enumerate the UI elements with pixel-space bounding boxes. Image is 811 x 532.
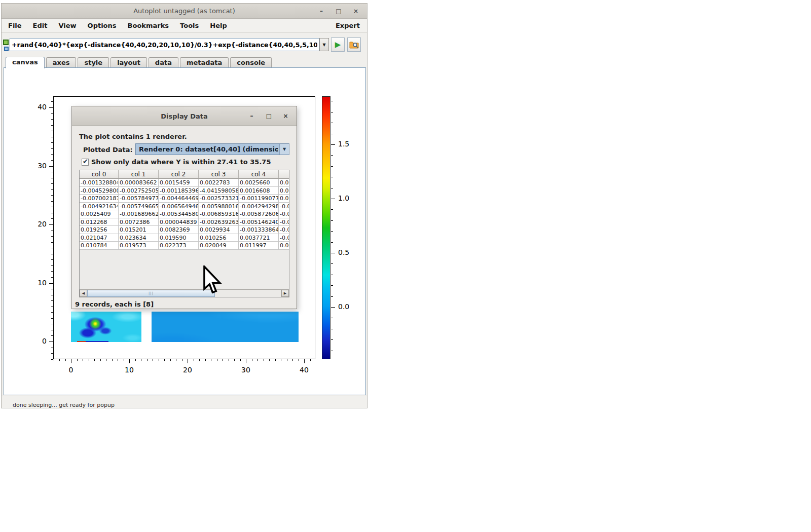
x-axis-minor-tick — [112, 359, 113, 361]
y-axis-minor-tick — [51, 231, 53, 231]
dialog-close-button[interactable]: × — [282, 112, 289, 120]
table-row[interactable]: 0.0192560.0152010.00823690.0029934-0.001… — [80, 226, 289, 234]
table-row[interactable]: -0.004529800...-0.002752505...-0.0011853… — [80, 187, 289, 195]
table-cell: 0.022373 — [159, 242, 199, 250]
dialog-maximize-button[interactable]: □ — [265, 112, 273, 120]
tab-canvas[interactable]: canvas — [6, 57, 45, 68]
colorbar-minor-tick — [331, 242, 333, 243]
column-header-0[interactable]: col 0 — [80, 170, 119, 179]
uri-input[interactable] — [10, 38, 319, 51]
data-table[interactable]: col 0col 1col 2col 3col 4 -0.001328804..… — [79, 170, 289, 297]
table-cell: 0.000044839 — [159, 218, 199, 226]
y-axis-minor-tick — [51, 277, 53, 278]
menu-file[interactable]: File — [3, 19, 27, 32]
column-header-5[interactable] — [279, 170, 289, 179]
inspect-uri-button[interactable] — [347, 37, 361, 52]
y-axis-major-tick — [49, 107, 53, 108]
table-cell: 0.019256 — [80, 226, 119, 234]
table-cell: -4.041598058... — [199, 187, 239, 195]
x-axis-minor-tick — [54, 359, 54, 361]
plotted-data-select[interactable]: Renderer 0: dataset[40,40] (dimension...… — [135, 143, 289, 155]
table-cell: -0.004921634... — [80, 203, 119, 211]
menu-tools[interactable]: Tools — [174, 19, 204, 32]
x-axis-minor-tick — [229, 359, 229, 361]
table-row[interactable]: -0.007002187...-0.005784977...-0.0044644… — [80, 195, 289, 203]
y-axis-minor-tick — [51, 119, 53, 120]
dialog-titlebar[interactable]: Display Data – □ × — [72, 106, 297, 126]
table-cell: 0.0016608 — [239, 187, 279, 195]
table-row[interactable]: 0.0122680.00723860.000044839-0.002639263… — [80, 218, 289, 226]
colorbar-minor-tick — [331, 123, 333, 123]
table-cell: -0.001689662... — [119, 210, 159, 218]
table-row[interactable]: 0.0025409-0.001689662...-0.005344580...-… — [80, 210, 289, 218]
y-axis-minor-tick — [51, 113, 53, 114]
table-cell: 0.011997 — [239, 242, 279, 250]
table-horizontal-scrollbar[interactable]: ◀ ||| ▶ — [80, 289, 289, 297]
menu-view[interactable]: View — [53, 19, 82, 32]
x-axis-minor-tick — [164, 359, 165, 361]
y-axis-minor-tick — [51, 142, 53, 143]
scroll-right-button[interactable]: ▶ — [281, 290, 289, 297]
column-header-2[interactable]: col 2 — [159, 170, 199, 179]
table-cell: 0.0082369 — [159, 226, 199, 234]
y-axis-tick-label: 20 — [22, 220, 47, 229]
scrollbar-track[interactable]: ||| — [87, 290, 281, 297]
menu-bookmarks[interactable]: Bookmarks — [122, 19, 175, 32]
app-status-bar: done sleeping... get ready for popup — [2, 396, 367, 408]
table-cell: 0.0025660 — [239, 179, 279, 187]
y-axis-major-tick — [49, 283, 53, 284]
table-row[interactable]: 0.0107840.0195730.0223730.0200490.011997… — [80, 242, 289, 250]
table-cell: 0.010784 — [80, 242, 119, 250]
column-header-4[interactable]: col 4 — [239, 170, 279, 179]
table-cell: -0.0 — [279, 203, 289, 211]
tab-style[interactable]: style — [78, 57, 109, 67]
x-axis-minor-tick — [223, 359, 223, 361]
menu-help[interactable]: Help — [204, 19, 232, 32]
table-cell: -0.001333864... — [239, 226, 279, 234]
menu-expert[interactable]: Expert — [336, 22, 367, 29]
scroll-left-button[interactable]: ◀ — [80, 290, 87, 297]
menu-edit[interactable]: Edit — [27, 19, 53, 32]
table-row[interactable]: -0.004921634...-0.005749665...-0.0065649… — [80, 203, 289, 211]
column-header-1[interactable]: col 1 — [119, 170, 159, 179]
tab-layout[interactable]: layout — [110, 57, 147, 67]
x-axis-minor-tick — [205, 359, 206, 361]
table-row[interactable]: 0.0210470.0236340.0195900.0102560.003772… — [80, 234, 289, 242]
tab-axes[interactable]: axes — [46, 57, 77, 67]
window-minimize-button[interactable]: – — [317, 7, 325, 15]
colorbar-minor-tick — [331, 339, 333, 340]
x-axis-minor-tick — [77, 359, 78, 361]
tab-metadata[interactable]: metadata — [180, 57, 229, 67]
table-row[interactable]: -0.001328804...0.0000836620.00154590.002… — [80, 179, 289, 187]
y-axis-minor-tick — [51, 154, 53, 155]
window-titlebar[interactable]: Autoplot untagged (as tomcat) – □ × — [2, 4, 367, 19]
tab-console[interactable]: console — [230, 57, 272, 67]
plot-go-button[interactable]: ▶ — [331, 37, 345, 52]
records-summary: 9 records, each is [8] — [75, 300, 154, 308]
uri-dropdown-button[interactable]: ▼ — [319, 38, 329, 51]
table-cell: 0.0029934 — [199, 226, 239, 234]
x-axis-minor-tick — [83, 359, 83, 361]
colorbar-tick-label: 0.0 — [338, 302, 349, 311]
table-cell: -0.006564946... — [159, 203, 199, 211]
y-axis-minor-tick — [51, 148, 53, 149]
y-axis-minor-tick — [51, 295, 53, 295]
tab-data[interactable]: data — [149, 57, 178, 67]
x-axis-minor-tick — [176, 359, 176, 361]
window-maximize-button[interactable]: □ — [335, 7, 343, 15]
dialog-minimize-button[interactable]: – — [248, 112, 255, 120]
filter-checkbox[interactable]: ✔ — [82, 159, 89, 166]
desktop: Autoplot untagged (as tomcat) – □ × File… — [0, 0, 811, 532]
plotted-data-value: Renderer 0: dataset[40,40] (dimension... — [139, 145, 278, 153]
combo-chevron-down-icon[interactable]: ▼ — [279, 144, 289, 155]
table-cell: -0.0 — [279, 210, 289, 218]
column-header-3[interactable]: col 3 — [199, 170, 239, 179]
menu-options[interactable]: Options — [82, 19, 122, 32]
y-axis-tick-label: 0 — [22, 337, 47, 346]
scrollbar-thumb[interactable]: ||| — [87, 290, 215, 297]
table-cell: -0.002573321... — [199, 195, 239, 203]
chevron-down-icon: ▼ — [322, 43, 325, 47]
window-close-button[interactable]: × — [352, 7, 360, 15]
table-cell: 0.000083662 — [119, 179, 159, 187]
y-axis-minor-tick — [51, 254, 53, 254]
